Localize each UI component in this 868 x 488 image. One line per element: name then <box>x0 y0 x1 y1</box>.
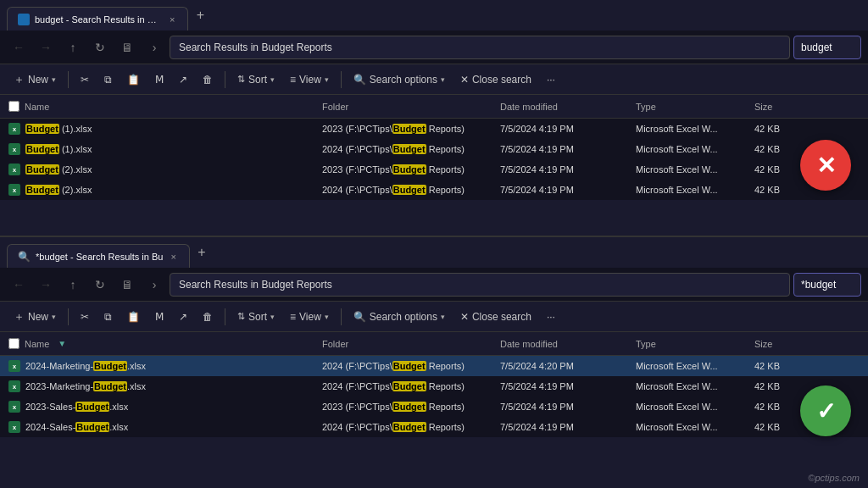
select-all-1[interactable] <box>8 101 19 112</box>
file-rows-2: x2024-Marketing-Budget.xlsx2024 (F:\PCTi… <box>0 356 868 437</box>
paste-btn-2[interactable]: 📋 <box>120 305 147 329</box>
table-row[interactable]: xBudget (2).xlsx2023 (F:\PCTips\Budget R… <box>0 159 868 180</box>
new-dropdown-2: ▾ <box>52 313 56 321</box>
table-row[interactable]: x2024-Sales-Budget.xlsx2024 (F:\PCTips\B… <box>0 417 868 437</box>
more-btn-1[interactable]: ··· <box>540 68 562 92</box>
delete-icon-2: 🗑 <box>203 311 213 323</box>
search-options-btn-1[interactable]: 🔍 Search options ▾ <box>347 68 452 92</box>
sep-1b <box>225 71 225 88</box>
table-row[interactable]: x2023-Marketing-Budget.xlsx2024 (F:\PCTi… <box>0 376 868 396</box>
header-folder-label-1: Folder <box>322 102 348 112</box>
view-label-2: View <box>299 311 321 323</box>
excel-tab-icon <box>18 14 30 25</box>
file-size-cell: 42 KB <box>749 185 817 195</box>
file-type-cell: Microsoft Excel W... <box>631 164 749 175</box>
sort-btn-2[interactable]: ⇅ Sort ▾ <box>231 305 281 329</box>
monitor-btn-1[interactable]: 🖥 <box>115 36 139 59</box>
file-size-cell: 42 KB <box>749 124 817 134</box>
up-btn-1[interactable]: ↑ <box>61 36 85 59</box>
close-search-label-2: Close search <box>472 311 531 323</box>
view-btn-1[interactable]: ≡ View ▾ <box>283 68 336 92</box>
tab-1-new[interactable]: + <box>188 3 212 27</box>
file-folder-cell: 2024 (F:\PCTips\Budget Reports) <box>317 422 495 432</box>
back-btn-1[interactable]: ← <box>7 36 31 59</box>
file-name: 2024-Marketing-Budget.xlsx <box>25 361 146 371</box>
new-btn-1[interactable]: ＋ New ▾ <box>7 68 63 92</box>
file-header-2: Name ▼ Folder Date modified Type Size <box>0 332 868 356</box>
rename-btn-1[interactable]: Ⅿ <box>148 68 170 92</box>
table-row[interactable]: xBudget (1).xlsx2024 (F:\PCTips\Budget R… <box>0 139 868 159</box>
address-field-2[interactable]: Search Results in Budget Reports <box>170 273 790 297</box>
window-2: 🔍 *budget - Search Results in Bu × + ← →… <box>0 237 868 437</box>
share-btn-2[interactable]: ↗ <box>172 305 194 329</box>
table-row[interactable]: x2024-Marketing-Budget.xlsx2024 (F:\PCTi… <box>0 356 868 376</box>
more-btn-2[interactable]: ··· <box>540 305 562 329</box>
copy-btn-1[interactable]: ⧉ <box>97 68 119 92</box>
header-type-1: Type <box>631 102 749 112</box>
copy-icon-1: ⧉ <box>104 74 112 86</box>
file-date-cell: 7/5/2024 4:20 PM <box>495 361 631 371</box>
file-date-cell: 7/5/2024 4:19 PM <box>495 124 631 134</box>
up-btn-2[interactable]: ↑ <box>61 273 85 297</box>
more-label-1: ··· <box>547 74 555 86</box>
search-options-label-1: Search options <box>370 74 437 86</box>
paste-btn-1[interactable]: 📋 <box>120 68 147 92</box>
search-query-1: budget <box>801 42 832 53</box>
header-size-1: Size <box>749 102 817 112</box>
header-folder-2: Folder <box>317 339 495 349</box>
header-type-label-2: Type <box>636 339 656 349</box>
refresh-btn-2[interactable]: ↻ <box>88 273 112 297</box>
new-icon-2: ＋ <box>14 309 25 324</box>
table-row[interactable]: xBudget (2).xlsx2024 (F:\PCTips\Budget R… <box>0 180 868 200</box>
header-size-label-2: Size <box>754 339 772 349</box>
table-row[interactable]: x2023-Sales-Budget.xlsx2023 (F:\PCTips\B… <box>0 396 868 417</box>
refresh-btn-1[interactable]: ↻ <box>88 36 112 59</box>
header-date-label-1: Date modified <box>500 102 558 112</box>
close-search-btn-1[interactable]: ✕ Close search <box>453 68 538 92</box>
table-row[interactable]: xBudget (1).xlsx2023 (F:\PCTips\Budget R… <box>0 119 868 139</box>
watermark: ©pctips.com <box>808 473 860 483</box>
sort-label-1: Sort <box>248 74 267 86</box>
search-box-2[interactable]: *budget <box>793 273 861 297</box>
tab-2-active[interactable]: 🔍 *budget - Search Results in Bu × <box>7 244 190 268</box>
tab-2-new[interactable]: + <box>190 241 214 264</box>
excel-icon: x <box>8 164 20 175</box>
cut-btn-2[interactable]: ✂ <box>74 305 96 329</box>
forward-btn-2[interactable]: → <box>34 273 58 297</box>
cut-btn-1[interactable]: ✂ <box>74 68 96 92</box>
view-btn-2[interactable]: ≡ View ▾ <box>283 305 336 329</box>
delete-btn-2[interactable]: 🗑 <box>196 305 220 329</box>
new-btn-2[interactable]: ＋ New ▾ <box>7 305 63 329</box>
search-options-btn-2[interactable]: 🔍 Search options ▾ <box>347 305 452 329</box>
header-name-label-1: Name <box>25 102 49 112</box>
excel-icon: x <box>8 184 20 196</box>
file-name-cell: x2023-Marketing-Budget.xlsx <box>3 380 317 392</box>
monitor-btn-2[interactable]: 🖥 <box>115 273 139 297</box>
file-type-cell: Microsoft Excel W... <box>631 422 749 432</box>
delete-btn-1[interactable]: 🗑 <box>196 68 220 92</box>
tab-1-active[interactable]: budget - Search Results in Buc × <box>7 7 188 30</box>
excel-icon: x <box>8 401 20 413</box>
address-field-1[interactable]: Search Results in Budget Reports <box>170 36 790 59</box>
cut-icon-1: ✂ <box>81 74 89 86</box>
copy-btn-2[interactable]: ⧉ <box>97 305 119 329</box>
share-btn-1[interactable]: ↗ <box>172 68 194 92</box>
rename-btn-2[interactable]: Ⅿ <box>148 305 170 329</box>
sep-1a <box>68 71 69 88</box>
sort-icon-2: ⇅ <box>237 311 245 322</box>
header-size-2: Size <box>749 339 817 349</box>
forward-btn-1[interactable]: → <box>34 36 58 59</box>
sort-btn-1[interactable]: ⇅ Sort ▾ <box>231 68 281 92</box>
search-options-icon-2: 🔍 <box>353 311 366 323</box>
error-badge: ✕ <box>800 140 851 191</box>
new-dropdown-1: ▾ <box>52 75 56 84</box>
back-btn-2[interactable]: ← <box>7 273 31 297</box>
close-search-btn-2[interactable]: ✕ Close search <box>453 305 538 329</box>
search-box-1[interactable]: budget <box>793 36 861 59</box>
file-name-cell: x2024-Sales-Budget.xlsx <box>3 421 317 433</box>
select-all-2[interactable] <box>8 338 19 349</box>
tab-1-close[interactable]: × <box>167 14 177 25</box>
sort-dropdown-2: ▾ <box>270 313 275 321</box>
tab-2-close[interactable]: × <box>168 251 178 263</box>
tab-2-label: *budget - Search Results in Bu <box>36 252 163 262</box>
